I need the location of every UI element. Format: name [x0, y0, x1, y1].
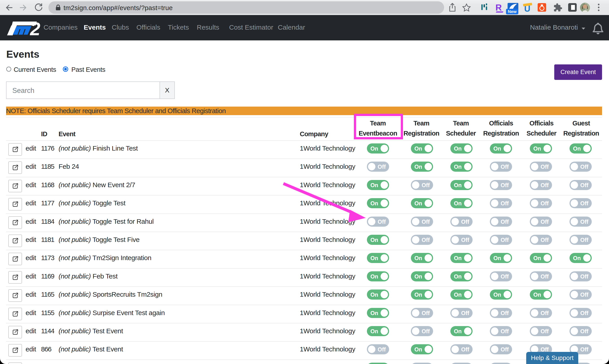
svg-text:2: 2 [30, 21, 40, 37]
